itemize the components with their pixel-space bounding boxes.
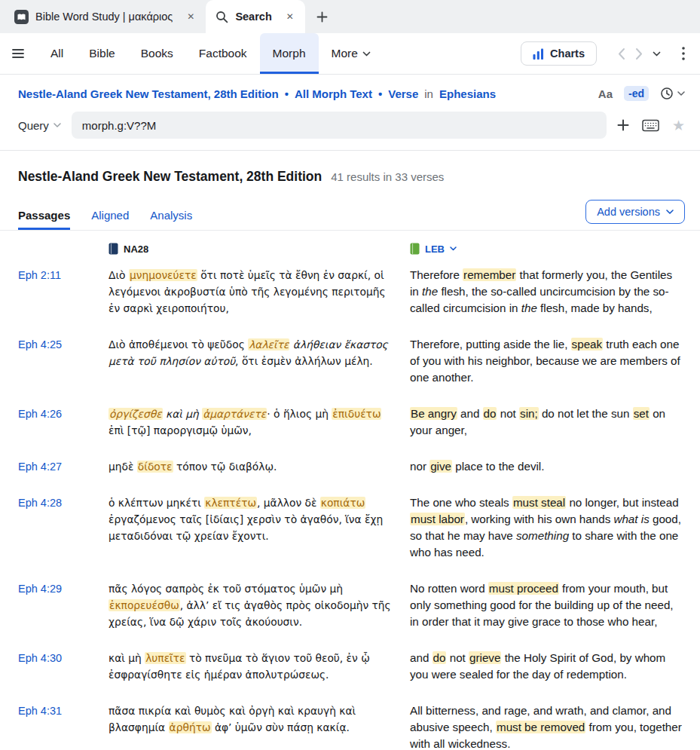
verse-reference[interactable]: Eph 4:30 — [18, 650, 96, 683]
tab-label: Bible Word Study | μακάριος — [35, 11, 173, 23]
text-segment: ὁ κλέπτων μηκέτι — [109, 497, 204, 509]
resource-scope-link[interactable]: Nestle-Aland Greek New Testament, 28th E… — [18, 87, 279, 100]
resource-book-icon — [109, 243, 118, 255]
scope-tools: Aa -ed — [598, 86, 685, 101]
text-segment: · ὁ ἥλιος μὴ — [267, 408, 332, 420]
tab-factbook[interactable]: Factbook — [186, 33, 260, 74]
chevron-down-icon — [450, 246, 457, 251]
search-hit: must proceed — [488, 582, 559, 595]
search-hit: ὀργίζεσθε — [109, 408, 163, 420]
search-icon — [216, 11, 228, 23]
text-segment: and — [410, 651, 433, 664]
history-dropdown-icon[interactable] — [653, 51, 661, 57]
greek-verse-text: μηδὲ δίδοτε τόπον τῷ διαβόλῳ. — [109, 458, 398, 475]
english-verse-text: The one who steals must steal no longer,… — [410, 494, 684, 561]
morph-text-scope-link[interactable]: All Morph Text — [295, 87, 372, 100]
verse-reference[interactable]: Eph 4:31 — [18, 703, 96, 750]
tab-bible-word-study[interactable]: Bible Word Study | μακάριος ✕ — [5, 0, 206, 33]
tab-all[interactable]: All — [38, 33, 76, 74]
tab-search[interactable]: Search ✕ — [206, 0, 304, 33]
match-case-toggle[interactable]: Aa — [598, 87, 613, 100]
text-segment: place to the devil. — [452, 460, 544, 473]
verse-reference[interactable]: Eph 4:29 — [18, 580, 96, 630]
tab-more[interactable]: More — [319, 33, 384, 74]
search-hit: λυπεῖτε — [145, 652, 185, 664]
verse-reference[interactable]: Eph 4:27 — [18, 458, 96, 475]
verse-reference[interactable]: Eph 4:26 — [18, 406, 96, 439]
charts-button[interactable]: Charts — [521, 41, 597, 66]
menu-icon[interactable] — [11, 33, 26, 74]
text-segment: ἐπὶ [τῷ] παροργισμῷ ὑμῶν, — [109, 424, 252, 436]
verse-reference[interactable]: Eph 2:11 — [18, 267, 96, 317]
chevron-down-icon — [666, 210, 674, 214]
results-view-tabs: Passages Aligned Analysis — [18, 209, 192, 230]
result-row: Eph 4:28 ὁ κλέπτων μηκέτι κλεπτέτω, μᾶλλ… — [0, 494, 700, 561]
english-verse-text: Therefore remember that formerly you, th… — [410, 267, 684, 317]
new-tab-button[interactable] — [305, 0, 339, 33]
favorite-star-icon[interactable]: ★ — [672, 118, 685, 133]
results-header: Nestle-Aland Greek New Testament, 28th E… — [0, 151, 700, 185]
text-segment: the — [422, 285, 438, 298]
bar-chart-icon — [533, 48, 544, 60]
add-versions-button[interactable]: Add versions — [585, 200, 685, 224]
tab-bible[interactable]: Bible — [76, 33, 127, 74]
search-hit: κοπιάτω — [320, 497, 366, 509]
column-label: LEB — [425, 243, 445, 255]
english-verse-text: nor give place to the devil. — [410, 458, 684, 475]
text-segment: Διὸ ἀποθέμενοι τὸ ψεῦδος — [109, 338, 248, 351]
result-row: Eph 4:31 πᾶσα πικρία καὶ θυμὸς καὶ ὀργὴ … — [0, 703, 700, 750]
english-verse-text: All bitterness, and rage, and wrath, and… — [410, 703, 684, 750]
separator-dot: • — [285, 87, 289, 100]
query-type-dropdown[interactable]: Query — [18, 119, 61, 132]
add-query-icon[interactable] — [617, 119, 629, 131]
chevron-down-icon — [677, 91, 685, 96]
text-segment: , μᾶλλον δὲ — [257, 497, 320, 509]
result-row: Eph 2:11 Διὸ μνημονεύετε ὅτι ποτὲ ὑμεῖς … — [0, 267, 700, 317]
query-row: Query ★ — [0, 106, 700, 151]
text-segment: do not let the sun — [539, 407, 633, 420]
query-tools: ★ — [617, 118, 685, 133]
english-verse-text: Be angry and do not sin; do not let the … — [410, 406, 684, 439]
results-column-headers: NA28 LEB — [0, 243, 700, 255]
text-segment: nor — [410, 460, 429, 473]
search-hit: must be removed — [496, 721, 585, 733]
search-hit: μνημονεύετε — [129, 269, 197, 281]
text-segment: ἐργαζόμενος ταῖς [ἰδίαις] χερσὶν τὸ ἀγαθ… — [109, 513, 383, 542]
search-toolbar: All Bible Books Factbook Morph More Char… — [0, 33, 700, 75]
english-verse-text: No rotten word must proceed from your mo… — [410, 580, 684, 630]
results-view-tabs-row: Passages Aligned Analysis Add versions — [0, 185, 700, 231]
keyboard-icon[interactable] — [642, 119, 659, 132]
search-history-button[interactable] — [660, 87, 685, 100]
verse-reference[interactable]: Eph 4:28 — [18, 494, 96, 561]
search-query-input[interactable] — [72, 112, 607, 139]
tab-books[interactable]: Books — [128, 33, 186, 74]
greek-verse-text: Διὸ μνημονεύετε ὅτι ποτὲ ὑμεῖς τὰ ἔθνη ἐ… — [109, 267, 398, 317]
greek-verse-text: πᾶς λόγος σαπρὸς ἐκ τοῦ στόματος ὑμῶν μὴ… — [109, 580, 398, 630]
column-header-na28[interactable]: NA28 — [109, 243, 398, 255]
tab-passages[interactable]: Passages — [18, 209, 70, 230]
verse-reference[interactable]: Eph 4:25 — [18, 336, 96, 386]
panel-menu-icon[interactable] — [682, 47, 685, 60]
close-tab-icon[interactable]: ✕ — [185, 10, 196, 23]
text-segment: Therefore — [410, 268, 463, 281]
result-unit-link[interactable]: Verse — [388, 87, 418, 100]
english-verse-text: Therefore, putting aside the lie, speak … — [410, 336, 684, 386]
text-segment: καὶ μὴ — [109, 652, 145, 664]
tab-analysis[interactable]: Analysis — [150, 209, 192, 230]
greek-verse-text: ὁ κλέπτων μηκέτι κλεπτέτω, μᾶλλον δὲ κοπ… — [109, 494, 398, 561]
forward-icon[interactable] — [635, 47, 643, 60]
text-segment: τόπον τῷ διαβόλῳ. — [173, 461, 277, 473]
match-forms-toggle[interactable]: -ed — [624, 86, 649, 101]
tab-morph[interactable]: Morph — [260, 33, 319, 74]
results-summary: 41 results in 33 verses — [331, 170, 444, 183]
text-segment: and — [457, 407, 483, 420]
back-icon[interactable] — [618, 47, 625, 60]
tab-aligned[interactable]: Aligned — [91, 209, 129, 230]
column-label: NA28 — [124, 243, 148, 255]
column-header-leb[interactable]: LEB — [410, 243, 684, 255]
search-hit: set — [633, 407, 650, 420]
text-segment: not — [446, 651, 469, 664]
close-tab-icon[interactable]: ✕ — [285, 10, 295, 23]
text-segment: flesh, made by hands, — [537, 302, 653, 314]
range-scope-link[interactable]: Ephesians — [439, 87, 496, 100]
